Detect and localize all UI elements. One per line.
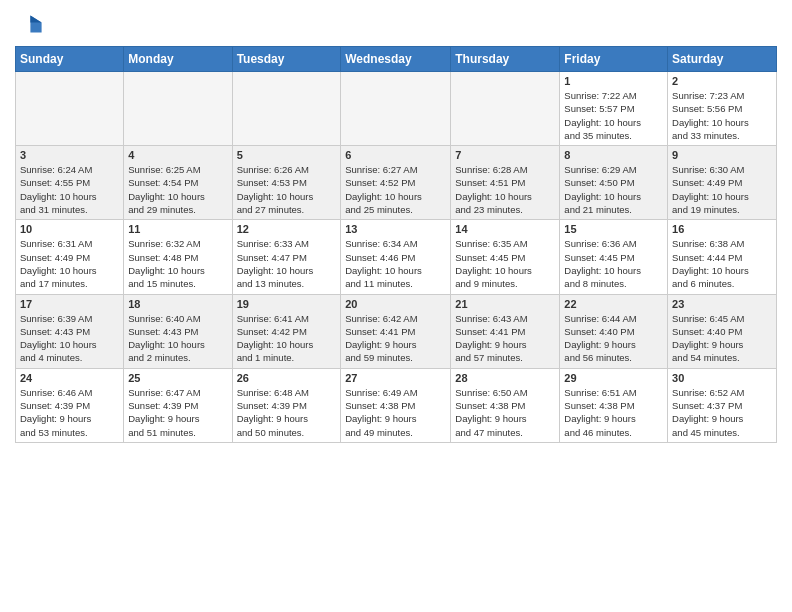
cell-content: Sunrise: 7:23 AM Sunset: 5:56 PM Dayligh… — [672, 89, 772, 142]
calendar-cell: 21Sunrise: 6:43 AM Sunset: 4:41 PM Dayli… — [451, 294, 560, 368]
calendar-cell: 22Sunrise: 6:44 AM Sunset: 4:40 PM Dayli… — [560, 294, 668, 368]
cell-content: Sunrise: 6:33 AM Sunset: 4:47 PM Dayligh… — [237, 237, 337, 290]
cell-content: Sunrise: 6:30 AM Sunset: 4:49 PM Dayligh… — [672, 163, 772, 216]
weekday-header: Thursday — [451, 47, 560, 72]
day-number: 18 — [128, 298, 227, 310]
day-number: 10 — [20, 223, 119, 235]
weekday-header: Wednesday — [341, 47, 451, 72]
cell-content: Sunrise: 6:48 AM Sunset: 4:39 PM Dayligh… — [237, 386, 337, 439]
calendar-cell: 7Sunrise: 6:28 AM Sunset: 4:51 PM Daylig… — [451, 146, 560, 220]
calendar-week-row: 10Sunrise: 6:31 AM Sunset: 4:49 PM Dayli… — [16, 220, 777, 294]
day-number: 25 — [128, 372, 227, 384]
calendar-cell: 29Sunrise: 6:51 AM Sunset: 4:38 PM Dayli… — [560, 368, 668, 442]
calendar-cell: 16Sunrise: 6:38 AM Sunset: 4:44 PM Dayli… — [668, 220, 777, 294]
day-number: 27 — [345, 372, 446, 384]
calendar-cell — [451, 72, 560, 146]
day-number: 26 — [237, 372, 337, 384]
calendar-table: SundayMondayTuesdayWednesdayThursdayFrid… — [15, 46, 777, 443]
calendar-cell: 23Sunrise: 6:45 AM Sunset: 4:40 PM Dayli… — [668, 294, 777, 368]
day-number: 9 — [672, 149, 772, 161]
day-number: 24 — [20, 372, 119, 384]
calendar-cell — [124, 72, 232, 146]
cell-content: Sunrise: 6:49 AM Sunset: 4:38 PM Dayligh… — [345, 386, 446, 439]
calendar-week-row: 24Sunrise: 6:46 AM Sunset: 4:39 PM Dayli… — [16, 368, 777, 442]
day-number: 20 — [345, 298, 446, 310]
day-number: 8 — [564, 149, 663, 161]
day-number: 4 — [128, 149, 227, 161]
calendar-cell: 12Sunrise: 6:33 AM Sunset: 4:47 PM Dayli… — [232, 220, 341, 294]
cell-content: Sunrise: 6:27 AM Sunset: 4:52 PM Dayligh… — [345, 163, 446, 216]
weekday-header: Tuesday — [232, 47, 341, 72]
weekday-header: Saturday — [668, 47, 777, 72]
calendar-cell: 17Sunrise: 6:39 AM Sunset: 4:43 PM Dayli… — [16, 294, 124, 368]
cell-content: Sunrise: 6:50 AM Sunset: 4:38 PM Dayligh… — [455, 386, 555, 439]
day-number: 7 — [455, 149, 555, 161]
cell-content: Sunrise: 6:41 AM Sunset: 4:42 PM Dayligh… — [237, 312, 337, 365]
cell-content: Sunrise: 6:28 AM Sunset: 4:51 PM Dayligh… — [455, 163, 555, 216]
header-row: SundayMondayTuesdayWednesdayThursdayFrid… — [16, 47, 777, 72]
day-number: 29 — [564, 372, 663, 384]
calendar-cell: 1Sunrise: 7:22 AM Sunset: 5:57 PM Daylig… — [560, 72, 668, 146]
calendar-cell: 2Sunrise: 7:23 AM Sunset: 5:56 PM Daylig… — [668, 72, 777, 146]
calendar-cell: 8Sunrise: 6:29 AM Sunset: 4:50 PM Daylig… — [560, 146, 668, 220]
cell-content: Sunrise: 6:38 AM Sunset: 4:44 PM Dayligh… — [672, 237, 772, 290]
weekday-header: Sunday — [16, 47, 124, 72]
day-number: 22 — [564, 298, 663, 310]
cell-content: Sunrise: 6:40 AM Sunset: 4:43 PM Dayligh… — [128, 312, 227, 365]
cell-content: Sunrise: 7:22 AM Sunset: 5:57 PM Dayligh… — [564, 89, 663, 142]
calendar-cell: 30Sunrise: 6:52 AM Sunset: 4:37 PM Dayli… — [668, 368, 777, 442]
day-number: 30 — [672, 372, 772, 384]
calendar-cell: 11Sunrise: 6:32 AM Sunset: 4:48 PM Dayli… — [124, 220, 232, 294]
day-number: 6 — [345, 149, 446, 161]
calendar-cell: 20Sunrise: 6:42 AM Sunset: 4:41 PM Dayli… — [341, 294, 451, 368]
day-number: 15 — [564, 223, 663, 235]
calendar-week-row: 3Sunrise: 6:24 AM Sunset: 4:55 PM Daylig… — [16, 146, 777, 220]
calendar-week-row: 1Sunrise: 7:22 AM Sunset: 5:57 PM Daylig… — [16, 72, 777, 146]
calendar-cell: 6Sunrise: 6:27 AM Sunset: 4:52 PM Daylig… — [341, 146, 451, 220]
calendar-cell: 5Sunrise: 6:26 AM Sunset: 4:53 PM Daylig… — [232, 146, 341, 220]
calendar-cell: 9Sunrise: 6:30 AM Sunset: 4:49 PM Daylig… — [668, 146, 777, 220]
calendar-cell: 25Sunrise: 6:47 AM Sunset: 4:39 PM Dayli… — [124, 368, 232, 442]
day-number: 16 — [672, 223, 772, 235]
calendar-cell: 14Sunrise: 6:35 AM Sunset: 4:45 PM Dayli… — [451, 220, 560, 294]
cell-content: Sunrise: 6:31 AM Sunset: 4:49 PM Dayligh… — [20, 237, 119, 290]
day-number: 13 — [345, 223, 446, 235]
calendar-cell: 28Sunrise: 6:50 AM Sunset: 4:38 PM Dayli… — [451, 368, 560, 442]
day-number: 5 — [237, 149, 337, 161]
day-number: 21 — [455, 298, 555, 310]
calendar-cell: 19Sunrise: 6:41 AM Sunset: 4:42 PM Dayli… — [232, 294, 341, 368]
cell-content: Sunrise: 6:29 AM Sunset: 4:50 PM Dayligh… — [564, 163, 663, 216]
cell-content: Sunrise: 6:46 AM Sunset: 4:39 PM Dayligh… — [20, 386, 119, 439]
day-number: 17 — [20, 298, 119, 310]
cell-content: Sunrise: 6:51 AM Sunset: 4:38 PM Dayligh… — [564, 386, 663, 439]
calendar-cell — [232, 72, 341, 146]
calendar-cell: 24Sunrise: 6:46 AM Sunset: 4:39 PM Dayli… — [16, 368, 124, 442]
cell-content: Sunrise: 6:34 AM Sunset: 4:46 PM Dayligh… — [345, 237, 446, 290]
logo — [15, 10, 47, 38]
header — [15, 10, 777, 38]
calendar-cell: 18Sunrise: 6:40 AM Sunset: 4:43 PM Dayli… — [124, 294, 232, 368]
day-number: 1 — [564, 75, 663, 87]
day-number: 2 — [672, 75, 772, 87]
day-number: 23 — [672, 298, 772, 310]
calendar-cell — [16, 72, 124, 146]
calendar-cell: 13Sunrise: 6:34 AM Sunset: 4:46 PM Dayli… — [341, 220, 451, 294]
page: SundayMondayTuesdayWednesdayThursdayFrid… — [0, 0, 792, 458]
calendar-cell — [341, 72, 451, 146]
cell-content: Sunrise: 6:45 AM Sunset: 4:40 PM Dayligh… — [672, 312, 772, 365]
cell-content: Sunrise: 6:43 AM Sunset: 4:41 PM Dayligh… — [455, 312, 555, 365]
cell-content: Sunrise: 6:35 AM Sunset: 4:45 PM Dayligh… — [455, 237, 555, 290]
day-number: 28 — [455, 372, 555, 384]
cell-content: Sunrise: 6:36 AM Sunset: 4:45 PM Dayligh… — [564, 237, 663, 290]
calendar-cell: 27Sunrise: 6:49 AM Sunset: 4:38 PM Dayli… — [341, 368, 451, 442]
cell-content: Sunrise: 6:32 AM Sunset: 4:48 PM Dayligh… — [128, 237, 227, 290]
day-number: 14 — [455, 223, 555, 235]
weekday-header: Monday — [124, 47, 232, 72]
calendar-cell: 26Sunrise: 6:48 AM Sunset: 4:39 PM Dayli… — [232, 368, 341, 442]
day-number: 3 — [20, 149, 119, 161]
logo-icon — [15, 10, 43, 38]
calendar-cell: 15Sunrise: 6:36 AM Sunset: 4:45 PM Dayli… — [560, 220, 668, 294]
cell-content: Sunrise: 6:42 AM Sunset: 4:41 PM Dayligh… — [345, 312, 446, 365]
cell-content: Sunrise: 6:47 AM Sunset: 4:39 PM Dayligh… — [128, 386, 227, 439]
cell-content: Sunrise: 6:26 AM Sunset: 4:53 PM Dayligh… — [237, 163, 337, 216]
